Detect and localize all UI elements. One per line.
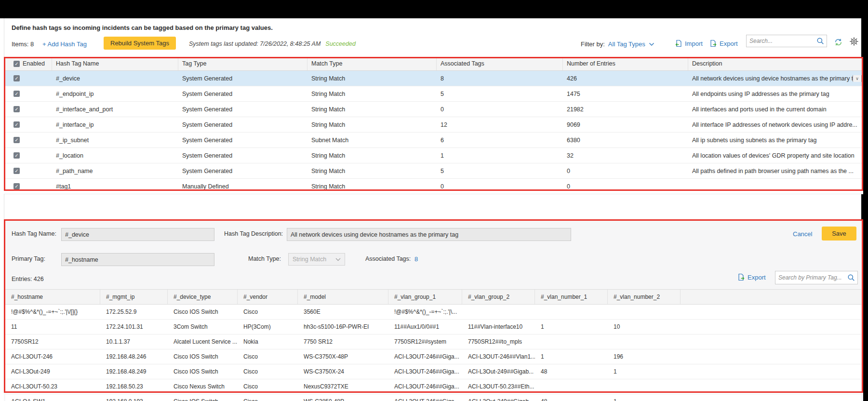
hash-tag-name-cell: #_device <box>52 75 178 82</box>
column-header: #_device_type <box>168 290 238 304</box>
refresh-icon[interactable] <box>834 38 843 47</box>
table-row[interactable]: #tag1Manually DefinedString Match00 <box>4 179 863 194</box>
entries-count-cell: 9069 <box>563 121 688 128</box>
filter-by-dropdown[interactable]: Filter by: All Tag Types <box>581 40 654 48</box>
row-enabled-checkbox[interactable] <box>13 168 20 174</box>
save-button[interactable]: Save <box>822 227 856 241</box>
associated-tags-count[interactable]: 8 <box>414 255 418 263</box>
match-type-cell: Subnet Match <box>307 137 437 144</box>
table-row[interactable]: #_ip_subnetSystem GeneratedSubnet Match6… <box>4 133 863 148</box>
description-cell: All interface IP addresses of network de… <box>688 121 863 128</box>
entries-table-row[interactable]: ACI-QA-SW1192.168.0.193Cisco IOS SwitchC… <box>5 394 861 401</box>
match-type-select[interactable]: String Match <box>288 253 345 266</box>
filter-value[interactable]: All Tag Types <box>608 40 645 48</box>
entries-table-row[interactable]: 11172.24.101.313Com SwitchHP(3Com)hh3c-s… <box>5 320 861 334</box>
match-type-cell: String Match <box>307 152 437 159</box>
tag-type-cell: System Generated <box>178 168 307 174</box>
select-all-checkbox[interactable] <box>13 61 20 67</box>
entry-cell: Cisco IOS Switch <box>168 353 238 360</box>
entry-cell: hh3c-s5100-16P-PWR-EI <box>298 323 388 330</box>
column-header: #_hostname <box>5 290 100 304</box>
entries-table-row[interactable]: ACI-L3OUT-246192.168.48.246Cisco IOS Swi… <box>5 349 861 364</box>
search-icon[interactable] <box>847 274 855 281</box>
entry-cell: Cisco <box>238 383 298 390</box>
entry-cell: 172.24.101.31 <box>100 323 168 330</box>
hash-tag-description-field[interactable] <box>287 228 571 241</box>
entries-table-row[interactable]: ACI-L3OUT-50.23192.168.50.23Cisco Nexus … <box>5 379 861 394</box>
entry-cell: WS-C3750X-48P <box>298 353 388 360</box>
row-enabled-checkbox[interactable] <box>13 106 20 112</box>
table-row[interactable]: #_path_nameSystem GeneratedString Match5… <box>4 163 863 179</box>
column-header: Enabled <box>23 60 45 67</box>
hash-tag-name-label: Hash Tag Name: <box>12 230 56 237</box>
enabled-cell <box>4 137 52 143</box>
associated-tags-cell: 12 <box>437 121 563 128</box>
page-description: Define hash tags so incoming incidents c… <box>12 24 273 31</box>
gear-icon[interactable] <box>849 37 859 46</box>
table-row[interactable]: #_locationSystem GeneratedString Match13… <box>4 148 863 163</box>
match-type-cell: String Match <box>307 183 437 190</box>
description-cell: All paths defined in path browser using … <box>688 168 863 174</box>
entry-cell: 7750SR12 <box>5 338 100 345</box>
row-enabled-checkbox[interactable] <box>13 121 20 128</box>
table-row[interactable]: #_interface_and_portSystem GeneratedStri… <box>4 102 863 117</box>
search-input[interactable] <box>747 38 816 44</box>
entries-search-input[interactable] <box>775 274 847 281</box>
entry-cell: 7750 SR12 <box>298 338 388 345</box>
entry-cell: Cisco <box>238 368 298 375</box>
row-enabled-checkbox[interactable] <box>13 183 20 189</box>
cancel-button[interactable]: Cancel <box>793 230 812 238</box>
entries-count-cell: 426 <box>563 75 688 82</box>
entry-cell: 196 <box>608 353 681 360</box>
entry-cell: Cisco IOS Switch <box>168 398 238 401</box>
hash-tag-table-body: #_deviceSystem GeneratedString Match8426… <box>4 71 863 194</box>
entry-cell: ACI-L3OUT-246 <box>5 353 100 360</box>
entries-table-row[interactable]: !@#$%^&*()_-=+~`:;.'|\/[]{}172.25.52.9Ci… <box>5 305 861 320</box>
entry-cell: ACI-L3OUT-246##Giga... <box>388 398 462 401</box>
export-icon <box>709 40 717 47</box>
enabled-cell <box>4 91 52 97</box>
export-button[interactable]: Export <box>709 40 738 47</box>
table-row[interactable]: #_interface_ipSystem GeneratedString Mat… <box>4 117 863 133</box>
entries-table-row[interactable]: ACI-L3Out-249192.168.48.249Cisco IOS Swi… <box>5 364 861 379</box>
table-row[interactable]: #_endpoint_ipSystem GeneratedString Matc… <box>4 86 863 102</box>
description-cell: All ip subnets using subnets as the prim… <box>688 137 863 144</box>
tag-type-cell: System Generated <box>178 137 307 144</box>
column-header: #_vlan_number_2 <box>608 290 681 304</box>
description-dropdown-icon[interactable]: ∨ <box>853 75 862 82</box>
enabled-cell <box>4 152 52 159</box>
rebuild-system-tags-button[interactable]: Rebuild System Tags <box>104 37 176 50</box>
match-type-cell: String Match <box>307 168 437 174</box>
table-row[interactable]: #_deviceSystem GeneratedString Match8426… <box>4 71 863 86</box>
column-header: #_vlan_group_1 <box>388 290 462 304</box>
entry-cell: 3Com Switch <box>168 323 238 330</box>
entries-table-row[interactable]: 7750SR1210.1.1.37Alcatel Lucent Service … <box>5 334 861 349</box>
entry-cell: 192.168.0.193 <box>100 398 168 401</box>
entry-cell: 192.168.50.23 <box>100 383 168 390</box>
entries-export-button[interactable]: Export <box>737 273 766 281</box>
associated-tags-cell: 5 <box>437 91 563 97</box>
hash-tag-name-cell: #_interface_ip <box>52 121 178 128</box>
entry-cell: ACI-L3OUT-246##Giga... <box>388 383 462 390</box>
match-type-value: String Match <box>293 256 326 263</box>
app-screenshot: Define hash tags so incoming incidents c… <box>0 0 868 401</box>
row-enabled-checkbox[interactable] <box>13 91 20 97</box>
row-enabled-checkbox[interactable] <box>13 152 20 159</box>
entry-cell: ACI-L3Out-249##Gigab... <box>462 368 535 375</box>
column-header: Description <box>688 57 863 70</box>
associated-tags-label: Associated Tags: <box>365 255 411 262</box>
column-header: Associated Tags <box>437 57 563 70</box>
search-icon[interactable] <box>816 37 824 45</box>
import-icon <box>675 40 682 47</box>
hash-tag-name-field[interactable] <box>61 228 214 241</box>
add-hash-tag-button[interactable]: + Add Hash Tag <box>42 40 87 48</box>
row-enabled-checkbox[interactable] <box>13 137 20 143</box>
import-button[interactable]: Import <box>675 40 703 47</box>
tag-type-cell: Manually Defined <box>178 183 307 190</box>
column-header: #_vlan_number_1 <box>535 290 608 304</box>
hash-tag-detail-panel: Hash Tag Name: Hash Tag Description: Can… <box>4 219 863 401</box>
entry-cell: ACI-QA-SW1 <box>5 398 100 401</box>
row-enabled-checkbox[interactable] <box>13 75 20 81</box>
match-type-cell: String Match <box>307 106 437 113</box>
primary-tag-field[interactable] <box>61 253 214 266</box>
